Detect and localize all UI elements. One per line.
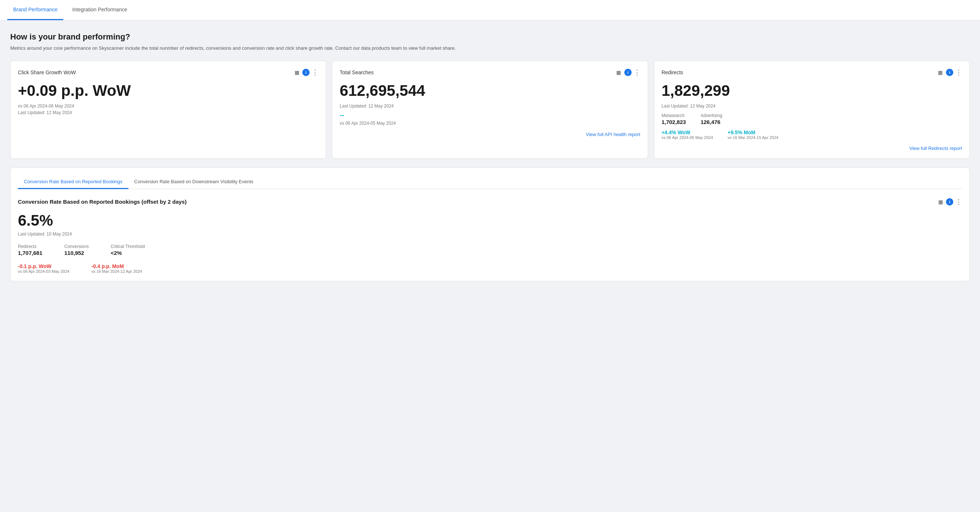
conv-wow-date: vs 06 Apr 2024-03 May 2024 (18, 269, 70, 274)
more-icon-conversion[interactable]: ⋮ (956, 198, 962, 206)
conv-redirects-label: Redirects (18, 244, 43, 249)
conv-threshold-value: <2% (110, 250, 145, 256)
redirects-last-updated: Last Updated: 12 May 2024 (662, 103, 962, 109)
page-description: Metrics around your core performance on … (10, 44, 970, 52)
conv-wow-change: -0.1 p.p. WoW vs 06 Apr 2024-03 May 2024 (18, 263, 70, 274)
conversion-section-header: Conversion Rate Based on Reported Bookin… (18, 198, 962, 206)
conv-wow-value: -0.1 p.p. WoW (18, 263, 70, 269)
total-searches-title: Total Searches (340, 70, 374, 75)
conversion-tabs-row: Conversion Rate Based on Reported Bookin… (18, 175, 962, 189)
click-share-actions: ▦ i ⋮ (293, 68, 318, 76)
page-heading: How is your brand performing? (10, 32, 970, 42)
click-share-last-updated: Last Updated: 12 May 2024 (18, 110, 318, 115)
wow-value: +4.4% WoW (662, 130, 713, 135)
metrics-cards-row: Click Share Growth WoW ▦ i ⋮ +0.09 p.p. … (10, 61, 970, 159)
advertising-label: Advertising (700, 113, 722, 118)
info-badge-searches[interactable]: i (624, 69, 632, 76)
tab-downstream-visibility[interactable]: Conversion Rate Based on Downstream Visi… (129, 175, 259, 189)
tab-reported-bookings[interactable]: Conversion Rate Based on Reported Bookin… (18, 175, 129, 189)
metasearch-group: Metasearch 1,702,823 (662, 113, 686, 125)
wow-date: vs 06 Apr 2024-06 May 2024 (662, 135, 713, 140)
total-searches-card: Total Searches ▦ i ⋮ 612,695,544 Last Up… (332, 61, 648, 159)
redirects-metric: 1,829,299 (662, 82, 962, 99)
total-searches-actions: ▦ i ⋮ (616, 68, 640, 76)
bottom-section: Conversion Rate Based on Reported Bookin… (10, 168, 970, 281)
click-share-metric: +0.09 p.p. WoW (18, 82, 318, 99)
conv-redirects-value: 1,707,681 (18, 250, 43, 256)
total-searches-metric: 612,695,544 (340, 82, 640, 99)
tab-integration-performance[interactable]: Integration Performance (66, 0, 133, 20)
conv-threshold-col: Critical Threshold <2% (110, 244, 145, 256)
conv-conversions-label: Conversions (64, 244, 89, 249)
filter-icon-redirects[interactable]: ▦ (937, 69, 944, 76)
mom-growth: +9.5% MoM vs 16 Mar 2024-15 Apr 2024 (727, 130, 778, 140)
conversion-sub-metrics: Redirects 1,707,681 Conversions 110,952 … (18, 244, 962, 256)
info-badge-redirects[interactable]: i (946, 69, 953, 76)
total-searches-card-header: Total Searches ▦ i ⋮ (340, 68, 640, 76)
conv-conversions-col: Conversions 110,952 (64, 244, 89, 256)
redirects-card-header: Redirects ▦ i ⋮ (662, 68, 962, 76)
click-share-card-header: Click Share Growth WoW ▦ i ⋮ (18, 68, 318, 76)
redirects-growth-metrics: +4.4% WoW vs 06 Apr 2024-06 May 2024 +9.… (662, 130, 962, 140)
click-share-vs-date: vs 06 Apr 2024-06 May 2024 (18, 103, 318, 109)
filter-icon-searches[interactable]: ▦ (616, 69, 622, 76)
conv-mom-value: -0.4 p.p. MoM (91, 263, 142, 269)
conversion-last-updated: Last Updated: 10 May 2024 (18, 231, 962, 237)
metasearch-value: 1,702,823 (662, 119, 686, 125)
redirects-actions: ▦ i ⋮ (937, 68, 962, 76)
total-searches-dash: -- (340, 111, 640, 119)
filter-icon-conversion[interactable]: ▦ (937, 198, 944, 205)
more-icon-searches[interactable]: ⋮ (634, 68, 640, 76)
redirects-report-link[interactable]: View full Redirects report (662, 146, 962, 151)
total-searches-last-updated: Last Updated: 12 May 2024 (340, 103, 640, 109)
metasearch-label: Metasearch (662, 113, 686, 118)
redirects-title: Redirects (662, 70, 683, 75)
conv-threshold-label: Critical Threshold (110, 244, 145, 249)
filter-icon[interactable]: ▦ (293, 69, 300, 76)
redirects-sub-metrics: Metasearch 1,702,823 Advertising 126,476 (662, 113, 962, 125)
conversion-actions: ▦ i ⋮ (937, 198, 962, 206)
top-navigation: Brand Performance Integration Performanc… (0, 0, 980, 21)
tab-brand-performance[interactable]: Brand Performance (7, 0, 63, 20)
mom-value: +9.5% MoM (727, 130, 778, 135)
conversion-rate-metric: 6.5% (18, 212, 962, 229)
advertising-value: 126,476 (700, 119, 722, 125)
click-share-card: Click Share Growth WoW ▦ i ⋮ +0.09 p.p. … (10, 61, 326, 159)
click-share-title: Click Share Growth WoW (18, 70, 76, 75)
more-icon-redirects[interactable]: ⋮ (956, 68, 962, 76)
wow-growth: +4.4% WoW vs 06 Apr 2024-06 May 2024 (662, 130, 713, 140)
advertising-group: Advertising 126,476 (700, 113, 722, 125)
more-icon[interactable]: ⋮ (312, 68, 318, 76)
conv-redirects-col: Redirects 1,707,681 (18, 244, 43, 256)
info-badge[interactable]: i (302, 69, 310, 76)
conversion-section-title: Conversion Rate Based on Reported Bookin… (18, 198, 187, 205)
total-searches-vs-date: vs 06 Apr 2024-05 May 2024 (340, 121, 640, 126)
api-health-report-link[interactable]: View full API health report (340, 132, 640, 137)
conv-mom-change: -0.4 p.p. MoM vs 16 Mar 2024-12 Apr 2024 (91, 263, 142, 274)
mom-date: vs 16 Mar 2024-15 Apr 2024 (727, 135, 778, 140)
main-content: How is your brand performing? Metrics ar… (0, 21, 980, 293)
info-badge-conversion[interactable]: i (946, 198, 953, 206)
conv-conversions-value: 110,952 (64, 250, 89, 256)
page-header: How is your brand performing? Metrics ar… (10, 32, 970, 52)
redirects-card: Redirects ▦ i ⋮ 1,829,299 Last Updated: … (654, 61, 970, 159)
conversion-change-metrics: -0.1 p.p. WoW vs 06 Apr 2024-03 May 2024… (18, 263, 962, 274)
conv-mom-date: vs 16 Mar 2024-12 Apr 2024 (91, 269, 142, 274)
